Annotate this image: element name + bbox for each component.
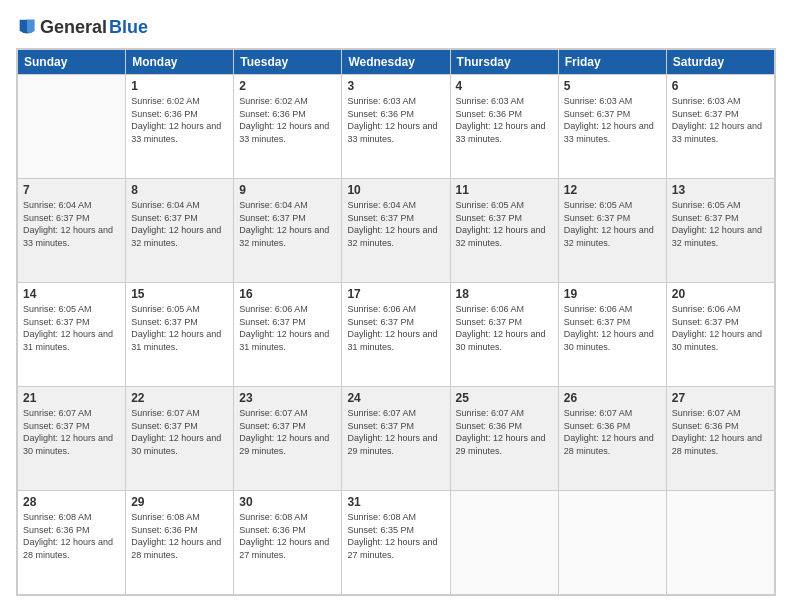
weekday-header-sunday: Sunday <box>18 50 126 75</box>
calendar-cell: 17Sunrise: 6:06 AM Sunset: 6:37 PM Dayli… <box>342 283 450 387</box>
weekday-header-monday: Monday <box>126 50 234 75</box>
day-info: Sunrise: 6:08 AM Sunset: 6:36 PM Dayligh… <box>23 511 120 561</box>
calendar-week-row: 7Sunrise: 6:04 AM Sunset: 6:37 PM Daylig… <box>18 179 775 283</box>
calendar-cell: 11Sunrise: 6:05 AM Sunset: 6:37 PM Dayli… <box>450 179 558 283</box>
day-number: 10 <box>347 183 444 197</box>
day-info: Sunrise: 6:07 AM Sunset: 6:37 PM Dayligh… <box>23 407 120 457</box>
calendar-cell <box>450 491 558 595</box>
day-number: 12 <box>564 183 661 197</box>
day-number: 28 <box>23 495 120 509</box>
day-number: 21 <box>23 391 120 405</box>
day-number: 13 <box>672 183 769 197</box>
calendar-cell: 15Sunrise: 6:05 AM Sunset: 6:37 PM Dayli… <box>126 283 234 387</box>
calendar-cell: 25Sunrise: 6:07 AM Sunset: 6:36 PM Dayli… <box>450 387 558 491</box>
weekday-header-tuesday: Tuesday <box>234 50 342 75</box>
day-number: 4 <box>456 79 553 93</box>
day-number: 7 <box>23 183 120 197</box>
day-number: 27 <box>672 391 769 405</box>
day-number: 16 <box>239 287 336 301</box>
calendar-cell: 4Sunrise: 6:03 AM Sunset: 6:36 PM Daylig… <box>450 75 558 179</box>
day-number: 18 <box>456 287 553 301</box>
calendar-cell: 18Sunrise: 6:06 AM Sunset: 6:37 PM Dayli… <box>450 283 558 387</box>
day-number: 8 <box>131 183 228 197</box>
day-number: 25 <box>456 391 553 405</box>
calendar-cell: 12Sunrise: 6:05 AM Sunset: 6:37 PM Dayli… <box>558 179 666 283</box>
calendar-cell: 1Sunrise: 6:02 AM Sunset: 6:36 PM Daylig… <box>126 75 234 179</box>
day-info: Sunrise: 6:06 AM Sunset: 6:37 PM Dayligh… <box>239 303 336 353</box>
calendar-cell: 14Sunrise: 6:05 AM Sunset: 6:37 PM Dayli… <box>18 283 126 387</box>
day-number: 20 <box>672 287 769 301</box>
logo: GeneralBlue <box>16 16 148 38</box>
header: GeneralBlue <box>16 16 776 38</box>
calendar-cell: 31Sunrise: 6:08 AM Sunset: 6:35 PM Dayli… <box>342 491 450 595</box>
weekday-header-thursday: Thursday <box>450 50 558 75</box>
day-number: 15 <box>131 287 228 301</box>
day-info: Sunrise: 6:03 AM Sunset: 6:37 PM Dayligh… <box>564 95 661 145</box>
calendar-cell: 2Sunrise: 6:02 AM Sunset: 6:36 PM Daylig… <box>234 75 342 179</box>
calendar-body: 1Sunrise: 6:02 AM Sunset: 6:36 PM Daylig… <box>18 75 775 595</box>
calendar-cell: 7Sunrise: 6:04 AM Sunset: 6:37 PM Daylig… <box>18 179 126 283</box>
logo-blue-text: Blue <box>109 17 148 38</box>
calendar-cell: 30Sunrise: 6:08 AM Sunset: 6:36 PM Dayli… <box>234 491 342 595</box>
calendar-cell: 29Sunrise: 6:08 AM Sunset: 6:36 PM Dayli… <box>126 491 234 595</box>
day-number: 17 <box>347 287 444 301</box>
day-info: Sunrise: 6:04 AM Sunset: 6:37 PM Dayligh… <box>239 199 336 249</box>
day-info: Sunrise: 6:08 AM Sunset: 6:36 PM Dayligh… <box>239 511 336 561</box>
calendar-cell: 10Sunrise: 6:04 AM Sunset: 6:37 PM Dayli… <box>342 179 450 283</box>
day-number: 30 <box>239 495 336 509</box>
calendar-cell: 9Sunrise: 6:04 AM Sunset: 6:37 PM Daylig… <box>234 179 342 283</box>
day-info: Sunrise: 6:04 AM Sunset: 6:37 PM Dayligh… <box>131 199 228 249</box>
page: GeneralBlue SundayMondayTuesdayWednesday… <box>0 0 792 612</box>
calendar-week-row: 1Sunrise: 6:02 AM Sunset: 6:36 PM Daylig… <box>18 75 775 179</box>
calendar-cell: 27Sunrise: 6:07 AM Sunset: 6:36 PM Dayli… <box>666 387 774 491</box>
day-number: 3 <box>347 79 444 93</box>
calendar-cell <box>18 75 126 179</box>
calendar-cell: 22Sunrise: 6:07 AM Sunset: 6:37 PM Dayli… <box>126 387 234 491</box>
day-info: Sunrise: 6:02 AM Sunset: 6:36 PM Dayligh… <box>131 95 228 145</box>
calendar-cell: 21Sunrise: 6:07 AM Sunset: 6:37 PM Dayli… <box>18 387 126 491</box>
day-number: 23 <box>239 391 336 405</box>
logo-general-text: General <box>40 17 107 38</box>
day-info: Sunrise: 6:02 AM Sunset: 6:36 PM Dayligh… <box>239 95 336 145</box>
calendar-cell: 26Sunrise: 6:07 AM Sunset: 6:36 PM Dayli… <box>558 387 666 491</box>
calendar-cell: 6Sunrise: 6:03 AM Sunset: 6:37 PM Daylig… <box>666 75 774 179</box>
day-number: 11 <box>456 183 553 197</box>
day-info: Sunrise: 6:07 AM Sunset: 6:37 PM Dayligh… <box>131 407 228 457</box>
calendar-header: SundayMondayTuesdayWednesdayThursdayFrid… <box>18 50 775 75</box>
day-number: 5 <box>564 79 661 93</box>
day-number: 19 <box>564 287 661 301</box>
weekday-header-row: SundayMondayTuesdayWednesdayThursdayFrid… <box>18 50 775 75</box>
weekday-header-wednesday: Wednesday <box>342 50 450 75</box>
calendar-cell: 16Sunrise: 6:06 AM Sunset: 6:37 PM Dayli… <box>234 283 342 387</box>
day-info: Sunrise: 6:08 AM Sunset: 6:35 PM Dayligh… <box>347 511 444 561</box>
day-number: 1 <box>131 79 228 93</box>
day-info: Sunrise: 6:07 AM Sunset: 6:36 PM Dayligh… <box>564 407 661 457</box>
day-info: Sunrise: 6:07 AM Sunset: 6:36 PM Dayligh… <box>456 407 553 457</box>
calendar-cell: 20Sunrise: 6:06 AM Sunset: 6:37 PM Dayli… <box>666 283 774 387</box>
day-number: 24 <box>347 391 444 405</box>
day-info: Sunrise: 6:07 AM Sunset: 6:36 PM Dayligh… <box>672 407 769 457</box>
calendar-week-row: 21Sunrise: 6:07 AM Sunset: 6:37 PM Dayli… <box>18 387 775 491</box>
day-info: Sunrise: 6:05 AM Sunset: 6:37 PM Dayligh… <box>23 303 120 353</box>
day-info: Sunrise: 6:03 AM Sunset: 6:36 PM Dayligh… <box>456 95 553 145</box>
day-number: 26 <box>564 391 661 405</box>
day-info: Sunrise: 6:05 AM Sunset: 6:37 PM Dayligh… <box>131 303 228 353</box>
calendar-cell <box>558 491 666 595</box>
day-number: 31 <box>347 495 444 509</box>
calendar-cell: 24Sunrise: 6:07 AM Sunset: 6:37 PM Dayli… <box>342 387 450 491</box>
day-number: 9 <box>239 183 336 197</box>
calendar-cell: 8Sunrise: 6:04 AM Sunset: 6:37 PM Daylig… <box>126 179 234 283</box>
day-number: 2 <box>239 79 336 93</box>
day-info: Sunrise: 6:07 AM Sunset: 6:37 PM Dayligh… <box>347 407 444 457</box>
calendar-cell <box>666 491 774 595</box>
day-number: 14 <box>23 287 120 301</box>
day-info: Sunrise: 6:06 AM Sunset: 6:37 PM Dayligh… <box>347 303 444 353</box>
day-info: Sunrise: 6:03 AM Sunset: 6:37 PM Dayligh… <box>672 95 769 145</box>
calendar-week-row: 28Sunrise: 6:08 AM Sunset: 6:36 PM Dayli… <box>18 491 775 595</box>
day-info: Sunrise: 6:06 AM Sunset: 6:37 PM Dayligh… <box>456 303 553 353</box>
day-info: Sunrise: 6:06 AM Sunset: 6:37 PM Dayligh… <box>564 303 661 353</box>
weekday-header-friday: Friday <box>558 50 666 75</box>
calendar: SundayMondayTuesdayWednesdayThursdayFrid… <box>16 48 776 596</box>
day-info: Sunrise: 6:05 AM Sunset: 6:37 PM Dayligh… <box>564 199 661 249</box>
day-info: Sunrise: 6:05 AM Sunset: 6:37 PM Dayligh… <box>456 199 553 249</box>
